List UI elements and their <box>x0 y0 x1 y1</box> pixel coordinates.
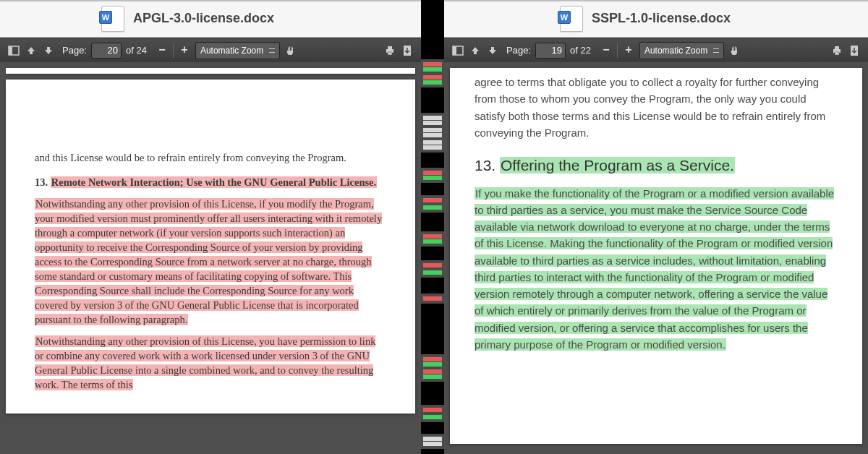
zoom-in-button[interactable]: + <box>622 44 635 57</box>
sidebar-toggle-icon[interactable] <box>7 44 20 57</box>
right-document-viewport[interactable]: agree to terms that obligate you to coll… <box>444 62 868 454</box>
page-count: of 22 <box>570 45 591 56</box>
docx-icon: W <box>101 6 124 32</box>
left-toolbar: Page: of 24 − + Automatic Zoom <box>0 38 421 62</box>
hand-tool-icon[interactable] <box>728 44 741 57</box>
page-label: Page: <box>62 45 87 56</box>
svg-rect-4 <box>388 52 392 55</box>
right-toolbar: Page: of 22 − + Automatic Zoom <box>444 38 868 62</box>
right-tab[interactable]: W SSPL-1.0-license.docx <box>444 0 868 38</box>
svg-rect-10 <box>835 52 839 55</box>
left-filename: APGL-3.0-license.docx <box>133 11 274 26</box>
zoom-out-button[interactable]: − <box>600 44 613 57</box>
sidebar-toggle-icon[interactable] <box>451 44 464 57</box>
left-document-viewport[interactable]: and this License would be to refrain ent… <box>0 62 421 454</box>
zoom-out-button[interactable]: − <box>156 44 169 57</box>
left-lead-para: and this License would be to refrain ent… <box>35 150 386 165</box>
right-section-13-heading: 13. Offering the Program as a Service. <box>475 154 838 178</box>
right-filename: SSPL-1.0-license.docx <box>592 11 731 26</box>
svg-rect-1 <box>9 46 12 55</box>
svg-rect-9 <box>835 46 839 49</box>
hand-tool-icon[interactable] <box>284 44 297 57</box>
left-tab[interactable]: W APGL-3.0-license.docx <box>0 0 421 38</box>
download-icon[interactable] <box>401 44 414 57</box>
right-page: agree to terms that obligate you to coll… <box>450 68 862 444</box>
zoom-in-button[interactable]: + <box>178 44 191 57</box>
zoom-mode-select[interactable]: Automatic Zoom <box>195 42 280 59</box>
download-icon[interactable] <box>848 44 861 57</box>
page-number-input[interactable] <box>91 43 122 59</box>
page-down-icon[interactable] <box>486 44 499 57</box>
print-icon[interactable] <box>383 44 396 57</box>
page-down-icon[interactable] <box>42 44 55 57</box>
left-section-13-heading: 13. Remote Network Interaction; Use with… <box>35 175 386 189</box>
left-p2: Notwithstanding any other provision of t… <box>35 334 386 392</box>
svg-rect-7 <box>453 46 456 55</box>
docx-icon: W <box>560 6 583 32</box>
page-up-icon[interactable] <box>25 44 38 57</box>
right-p1: If you make the functionality of the Pro… <box>475 185 838 354</box>
left-page: and this License would be to refrain ent… <box>6 80 415 414</box>
left-p1: Notwithstanding any other provision of t… <box>35 197 386 327</box>
page-up-icon[interactable] <box>469 44 482 57</box>
svg-rect-3 <box>388 46 392 49</box>
page-count: of 24 <box>126 45 147 56</box>
right-overflow-para: agree to terms that obligate you to coll… <box>475 74 838 141</box>
page-number-input[interactable] <box>535 43 566 59</box>
zoom-mode-select[interactable]: Automatic Zoom <box>639 42 724 59</box>
diff-minimap[interactable] <box>421 0 444 454</box>
page-label: Page: <box>506 45 531 56</box>
print-icon[interactable] <box>830 44 843 57</box>
